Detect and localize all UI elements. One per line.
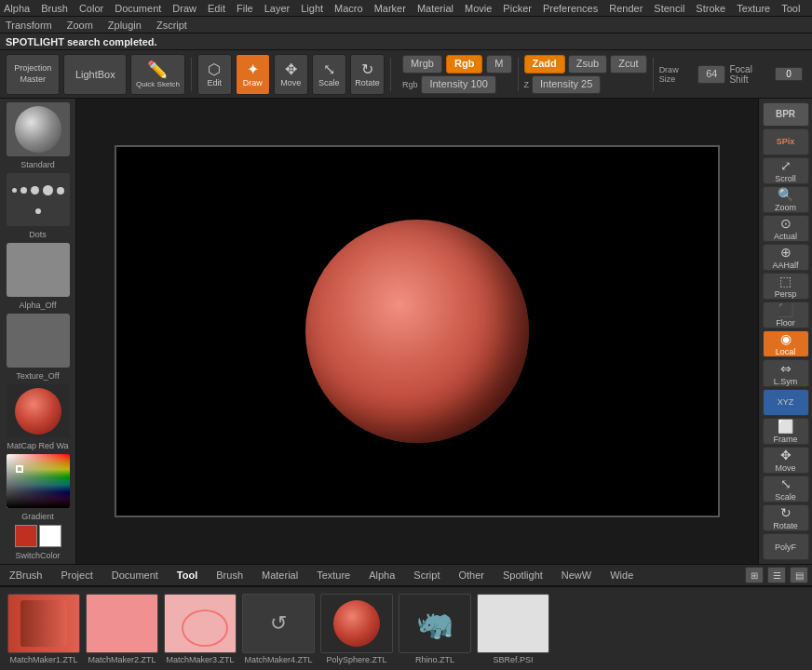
rotate-right-button[interactable]: ↻ Rotate xyxy=(763,504,809,531)
nav-zbrush[interactable]: ZBrush xyxy=(4,568,47,583)
lsym-button[interactable]: ⇔ L.Sym xyxy=(763,359,809,386)
matcap-preview[interactable] xyxy=(7,384,70,438)
foreground-color-swatch[interactable] xyxy=(15,525,37,547)
main-sphere xyxy=(305,220,529,443)
menu-file[interactable]: File xyxy=(237,3,253,14)
zscript-item[interactable]: Zscript xyxy=(156,20,187,31)
rgb-button[interactable]: Rgb xyxy=(446,55,482,74)
nav-brush[interactable]: Brush xyxy=(210,568,249,583)
menu-marker[interactable]: Marker xyxy=(374,3,406,14)
nav-alpha[interactable]: Alpha xyxy=(363,568,400,583)
nav-material[interactable]: Material xyxy=(256,568,304,583)
bpr-button[interactable]: BPR xyxy=(763,102,809,127)
xyz-button[interactable]: XYZ xyxy=(763,389,809,416)
menu-tool[interactable]: Tool xyxy=(781,3,800,14)
view-scroll-button[interactable]: ▤ xyxy=(790,567,808,583)
thumb-rhino[interactable]: 🦏 Rhino.ZTL xyxy=(399,594,471,664)
aahalf-button[interactable]: ⊕ AAHalf xyxy=(763,244,809,271)
draw-size-button[interactable]: 64 xyxy=(697,65,725,84)
nav-other[interactable]: Other xyxy=(453,568,490,583)
nav-wide[interactable]: Wide xyxy=(604,568,639,583)
move-button[interactable]: ✥ Move xyxy=(274,54,308,95)
rotate-button[interactable]: ↻ Rotate xyxy=(350,54,385,95)
menu-draw[interactable]: Draw xyxy=(172,3,196,14)
actual-button[interactable]: ⊙ Actual xyxy=(763,215,809,242)
menu-layer[interactable]: Layer xyxy=(264,3,291,14)
zoom-button[interactable]: 🔍 Zoom xyxy=(763,186,809,213)
quick-sketch-button[interactable]: ✏️ Quick Sketch xyxy=(130,54,184,95)
alpha-preview[interactable] xyxy=(7,243,70,297)
m-button[interactable]: M xyxy=(486,55,511,74)
background-color-swatch[interactable] xyxy=(39,525,61,547)
divider-2 xyxy=(390,58,391,91)
spix-button[interactable]: SPix xyxy=(763,128,809,155)
zadd-button[interactable]: Zadd xyxy=(524,55,565,74)
local-button[interactable]: ◉ Local xyxy=(763,330,809,357)
menu-brush[interactable]: Brush xyxy=(41,3,68,14)
zsub-button[interactable]: Zsub xyxy=(568,55,607,74)
menu-alpha[interactable]: Alpha xyxy=(4,3,30,14)
texture-preview[interactable] xyxy=(7,314,70,368)
menu-document[interactable]: Document xyxy=(115,3,161,14)
view-list-button[interactable]: ☰ xyxy=(767,567,786,583)
zplugin-item[interactable]: Zplugin xyxy=(108,20,142,31)
menu-picker[interactable]: Picker xyxy=(503,3,532,14)
scroll-button[interactable]: ⤢ Scroll xyxy=(763,157,809,184)
scale-right-button[interactable]: ⤡ Scale xyxy=(763,476,809,502)
thumb-sbref[interactable]: SBRef.PSI xyxy=(477,594,549,664)
focal-shift-button[interactable]: 0 xyxy=(775,67,803,81)
zoom-item[interactable]: Zoom xyxy=(67,20,93,31)
thumb-matchmaker2[interactable]: MatchMaker2.ZTL xyxy=(86,594,158,664)
draw-button[interactable]: ✦ Draw xyxy=(236,54,270,95)
scale-right-icon: ⤡ xyxy=(780,476,792,491)
draw-size-label: Draw Size xyxy=(659,65,696,84)
nav-neww[interactable]: NewW xyxy=(556,568,597,583)
color-picker[interactable] xyxy=(7,454,70,508)
brush-dots-preview[interactable] xyxy=(7,173,70,227)
thumb-matchmaker1[interactable]: MatchMaker1.ZTL xyxy=(7,594,80,664)
menu-material[interactable]: Material xyxy=(417,3,453,14)
thumb-polysphere[interactable]: PolySphere.ZTL xyxy=(320,594,393,664)
persp-button[interactable]: ⬚ Persp xyxy=(763,273,809,300)
menu-stencil[interactable]: Stencil xyxy=(654,3,684,14)
view-grid-button[interactable]: ⊞ xyxy=(745,567,764,583)
projection-master-button[interactable]: Projection Master xyxy=(6,54,60,95)
thumb-matchmaker4[interactable]: ↺ MatchMaker4.ZTL xyxy=(242,594,315,664)
menu-edit[interactable]: Edit xyxy=(208,3,225,14)
nav-project[interactable]: Project xyxy=(55,568,98,583)
thumb-sbref-box xyxy=(477,594,549,653)
zcut-button[interactable]: Zcut xyxy=(610,55,646,74)
menu-stroke[interactable]: Stroke xyxy=(696,3,725,14)
gradient-label: Gradient xyxy=(21,512,54,521)
mrgb-button[interactable]: Mrgb xyxy=(402,55,442,74)
polyf-button[interactable]: PolyF xyxy=(763,533,809,560)
draw-size-row: Draw Size 64 xyxy=(659,65,726,84)
rotate-icon: ↻ xyxy=(361,60,373,78)
scale-button[interactable]: ⤡ Scale xyxy=(312,54,346,95)
z-intensity-button[interactable]: Intensity 25 xyxy=(532,75,601,94)
menu-macro[interactable]: Macro xyxy=(334,3,363,14)
nav-script[interactable]: Script xyxy=(408,568,445,583)
menu-light[interactable]: Light xyxy=(301,3,323,14)
canvas-area[interactable] xyxy=(76,99,758,564)
nav-spotlight[interactable]: Spotlight xyxy=(497,568,548,583)
nav-tool[interactable]: Tool xyxy=(171,568,203,583)
nav-document[interactable]: Document xyxy=(106,568,164,583)
edit-button[interactable]: ⬡ Edit xyxy=(197,54,232,95)
thumb-matchmaker3[interactable]: MatchMaker3.ZTL xyxy=(164,594,237,664)
rgb-intensity-button[interactable]: Intensity 100 xyxy=(421,75,495,94)
menu-color[interactable]: Color xyxy=(79,3,103,14)
nav-texture[interactable]: Texture xyxy=(311,568,356,583)
lightbox-button[interactable]: LightBox xyxy=(63,54,127,95)
menu-movie[interactable]: Movie xyxy=(465,3,492,14)
floor-button[interactable]: ⬛ Floor xyxy=(763,302,809,328)
menu-preferences[interactable]: Preferences xyxy=(543,3,598,14)
brush-standard-preview[interactable] xyxy=(7,102,70,156)
move-right-button[interactable]: ✥ Move xyxy=(763,447,809,474)
actual-label: Actual xyxy=(774,232,797,241)
menu-texture[interactable]: Texture xyxy=(737,3,770,14)
menu-render[interactable]: Render xyxy=(609,3,643,14)
frame-button[interactable]: ⬜ Frame xyxy=(763,418,809,445)
quick-sketch-label: Quick Sketch xyxy=(136,80,180,88)
transform-item[interactable]: Transform xyxy=(6,20,52,31)
